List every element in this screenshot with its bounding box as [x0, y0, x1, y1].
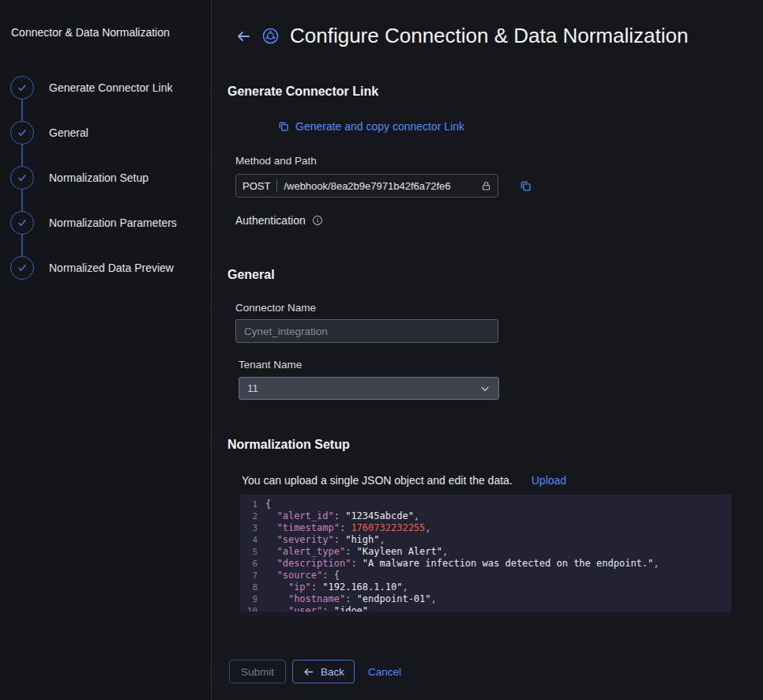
code-text: "ip": "192.168.1.10", [265, 581, 408, 593]
stepper-step[interactable]: Normalization Parameters [10, 211, 177, 235]
webhook-path: /webhook/8ea2b9e7971b42f6a72fe6 [284, 180, 475, 192]
upload-hint-text: You can upload a single JSON object and … [242, 474, 513, 487]
line-number: 7 [240, 570, 257, 581]
code-line[interactable]: 2 "alert_id": "12345abcde", [240, 510, 731, 522]
code-text: "source": { [265, 570, 340, 581]
section-heading-generate-connector-link: Generate Connector Link [227, 85, 378, 99]
line-number: 8 [240, 581, 257, 593]
chevron-down-icon [479, 383, 490, 394]
app-logo-icon [262, 28, 279, 44]
code-line[interactable]: 1{ [240, 499, 731, 510]
step-label: Normalized Data Preview [49, 262, 174, 274]
line-number: 1 [240, 499, 257, 510]
section-heading-general: General [227, 268, 275, 282]
connector-name-label: Connector Name [235, 302, 316, 314]
connector-name-input[interactable] [235, 319, 498, 343]
json-code-editor[interactable]: 1{2 "alert_id": "12345abcde",3 "timestam… [240, 495, 731, 616]
step-check-icon [10, 166, 34, 190]
code-line[interactable]: 8 "ip": "192.168.1.10", [240, 581, 731, 593]
code-line[interactable]: 3 "timestamp": 1760732232255, [240, 522, 731, 534]
main-content: Configure Connection & Data Normalizatio… [212, 0, 763, 700]
step-check-icon [10, 256, 34, 280]
stepper-step[interactable]: Normalized Data Preview [10, 256, 174, 280]
info-icon[interactable] [312, 215, 323, 226]
code-line[interactable]: 5 "alert_type": "Kayleen Alert", [240, 546, 731, 558]
editor-horizontal-scrollbar[interactable] [240, 612, 731, 616]
stepper-step[interactable]: Generate Connector Link [10, 76, 172, 100]
step-check-icon [10, 76, 34, 100]
tenant-name-select[interactable]: 11 [239, 377, 499, 400]
step-label: Normalization Setup [49, 171, 148, 184]
upload-hint-row: You can upload a single JSON object and … [242, 474, 566, 487]
line-number: 6 [240, 558, 257, 570]
code-line[interactable]: 4 "severity": "high", [240, 534, 731, 546]
line-number: 3 [240, 522, 257, 534]
app-window: Connector & Data Normalization Generate … [0, 0, 763, 700]
code-text: { [265, 499, 271, 510]
copy-path-button[interactable] [520, 180, 532, 192]
lock-icon [481, 181, 491, 191]
step-label: Generate Connector Link [49, 81, 172, 94]
sidebar-title: Connector & Data Normalization [11, 26, 170, 39]
stepper-step[interactable]: Normalization Setup [10, 166, 148, 190]
cancel-button[interactable]: Cancel [368, 660, 401, 683]
step-check-icon [10, 211, 34, 235]
section-heading-normalization-setup: Normalization Setup [227, 438, 350, 452]
line-number: 2 [240, 510, 257, 522]
method-and-path-label: Method and Path [235, 155, 317, 167]
code-line[interactable]: 6 "description": "A malware infection wa… [240, 558, 731, 570]
step-check-icon [10, 121, 34, 145]
back-button[interactable]: Back [292, 660, 355, 683]
authentication-label: Authentication [235, 214, 306, 227]
code-text: "timestamp": 1760732232255, [265, 522, 431, 534]
stepper-step[interactable]: General [10, 121, 88, 145]
back-arrow-icon[interactable] [235, 28, 251, 44]
page-title: Configure Connection & Data Normalizatio… [290, 24, 688, 48]
upload-link[interactable]: Upload [532, 474, 566, 487]
http-method: POST [242, 180, 270, 192]
authentication-row[interactable]: Authentication [235, 214, 323, 227]
generate-copy-connector-link[interactable]: Generate and copy connector Link [278, 120, 464, 133]
code-lines: 1{2 "alert_id": "12345abcde",3 "timestam… [240, 499, 731, 616]
field-divider [276, 179, 277, 192]
submit-button[interactable]: Submit [229, 660, 286, 683]
back-button-arrow-icon [303, 666, 314, 678]
back-button-label: Back [321, 666, 344, 678]
code-line[interactable]: 7 "source": { [240, 570, 731, 581]
page-header: Configure Connection & Data Normalizatio… [235, 24, 688, 48]
copy-icon [278, 121, 289, 132]
step-label: Normalization Parameters [49, 216, 177, 229]
code-text: "description": "A malware infection was … [265, 558, 660, 570]
method-and-path-field[interactable]: POST /webhook/8ea2b9e7971b42f6a72fe6 [235, 174, 498, 198]
tenant-name-value: 11 [247, 382, 258, 394]
code-text: "alert_id": "12345abcde", [265, 510, 419, 522]
line-number: 4 [240, 534, 257, 546]
sidebar: Connector & Data Normalization Generate … [0, 0, 212, 700]
tenant-name-label: Tenant Name [239, 359, 302, 371]
code-text: "alert_type": "Kayleen Alert", [265, 546, 448, 558]
step-label: General [49, 126, 88, 139]
code-text: "severity": "high", [265, 534, 385, 546]
code-line[interactable]: 9 "hostname": "endpoint-01", [240, 593, 731, 605]
code-text: "hostname": "endpoint-01", [265, 593, 437, 605]
line-number: 9 [240, 593, 257, 605]
line-number: 5 [240, 546, 257, 558]
generate-copy-link-label: Generate and copy connector Link [295, 120, 464, 133]
